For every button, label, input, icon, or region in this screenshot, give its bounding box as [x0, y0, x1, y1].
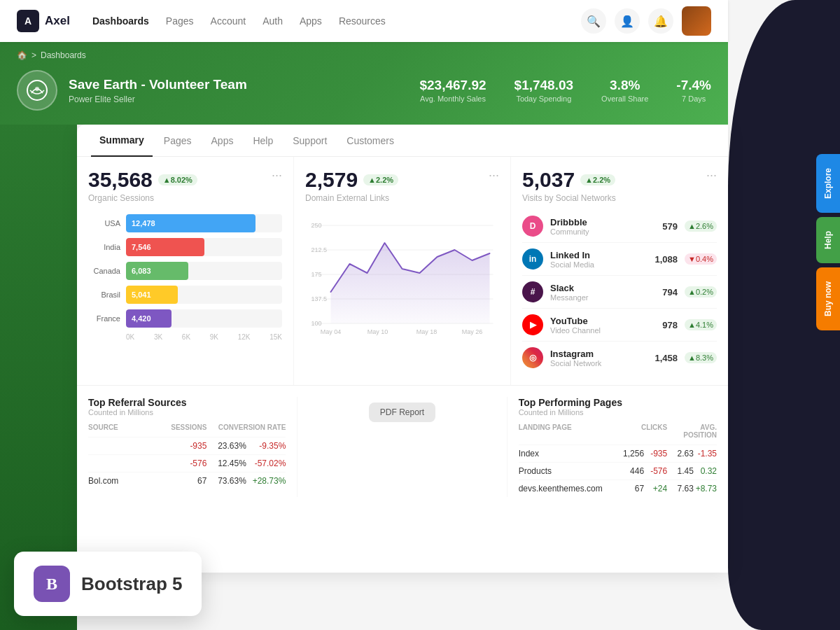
page-row-devs: devs.keenthemes.com 67 +24 7.63 +8.73 [519, 479, 717, 497]
top-referral-title: Top Referral Sources [88, 397, 286, 408]
organic-sessions-label: Organic Sessions [88, 193, 282, 203]
team-name: Save Earth - Volunteer Team [69, 77, 247, 92]
page-row-products: Products 446 -576 1.45 0.32 [519, 462, 717, 479]
tab-summary[interactable]: Summary [91, 125, 153, 157]
social-item-dribbble: D Dribbble Community 579 ▲2.6% [522, 210, 717, 243]
social-item-youtube: ▶ YouTube Video Channel 978 ▲4.1% [522, 309, 717, 342]
tab-help[interactable]: Help [244, 125, 281, 156]
social-item-linkedin: in Linked In Social Media 1,088 ▼0.4% [522, 243, 717, 276]
avatar[interactable] [682, 6, 711, 36]
external-links-more[interactable]: ··· [489, 168, 499, 183]
main-nav: Dashboards Pages Account Auth Apps Resou… [92, 15, 386, 27]
top-referral-subtitle: Counted in Millions [88, 408, 286, 416]
svg-text:137.5: 137.5 [312, 295, 328, 302]
explore-pill[interactable]: Explore [816, 154, 840, 213]
stat-today-spending: $1,748.03 Today Spending [514, 78, 574, 103]
svg-text:May 04: May 04 [321, 328, 342, 335]
svg-text:May 18: May 18 [416, 328, 438, 335]
svg-text:100: 100 [312, 320, 322, 327]
social-network-list: D Dribbble Community 579 ▲2.6% in Linked… [522, 210, 717, 374]
stat-7days: -7.4% 7 Days [676, 78, 711, 103]
social-visits-badge: ▲2.2% [580, 174, 615, 186]
page-row-index: Index 1,256 -935 2.63 -1.35 [519, 444, 717, 462]
bootstrap-icon: B [34, 566, 70, 602]
buy-now-pill[interactable]: Buy now [816, 267, 840, 330]
top-pages-section: Top Performing Pages Counted in Millions… [507, 397, 717, 497]
notifications-button[interactable]: 👤 [615, 8, 640, 34]
social-visits-more[interactable]: ··· [706, 168, 717, 183]
nav-link-pages[interactable]: Pages [166, 15, 194, 27]
tab-support[interactable]: Support [284, 125, 335, 156]
search-button[interactable]: 🔍 [581, 8, 606, 34]
brand-icon: A [17, 10, 39, 32]
external-links-label: Domain External Links [305, 193, 499, 203]
tab-customers[interactable]: Customers [338, 125, 402, 156]
pdf-report-button[interactable]: PDF Report [369, 402, 435, 422]
external-links-badge: ▲2.2% [363, 174, 398, 186]
nav-link-auth[interactable]: Auth [262, 15, 283, 27]
svg-text:May 26: May 26 [462, 328, 483, 335]
bootstrap-card: B Bootstrap 5 [14, 552, 202, 616]
home-icon: 🏠 [17, 50, 27, 60]
referral-row-2: -576 12.45% -57.02% [88, 454, 286, 472]
nav-link-dashboards[interactable]: Dashboards [92, 15, 149, 27]
team-badge: Power Elite Seller [69, 94, 247, 104]
svg-text:212.5: 212.5 [312, 246, 328, 253]
tab-pages[interactable]: Pages [155, 125, 200, 156]
settings-button[interactable]: 🔔 [648, 8, 673, 34]
svg-text:175: 175 [312, 271, 322, 278]
external-links-value: 2,579 [305, 168, 358, 192]
brand-name: Axel [45, 14, 70, 28]
help-pill[interactable]: Help [816, 217, 840, 263]
bootstrap-title: Bootstrap 5 [81, 573, 182, 595]
top-referral-section: Top Referral Sources Counted in Millions… [88, 397, 298, 497]
svg-text:May 10: May 10 [368, 328, 388, 335]
stat-monthly-sales: $23,467.92 Avg. Monthly Sales [419, 78, 486, 103]
tab-apps[interactable]: Apps [203, 125, 242, 156]
tab-bar: Summary Pages Apps Help Support Customer… [77, 125, 728, 157]
bar-chart: USA 12,478 India 7,546 Canada [88, 214, 282, 341]
organic-sessions-value: 35,568 [88, 168, 153, 192]
breadcrumb: 🏠 > Dashboards [17, 50, 711, 60]
line-chart: 250 212.5 175 137.5 100 [305, 211, 499, 340]
svg-point-1 [35, 87, 39, 91]
stat-overall-share: 3.8% Overall Share [601, 78, 648, 103]
referral-row-3: Bol.com 67 73.63% +28.73% [88, 472, 286, 489]
team-logo [17, 70, 57, 111]
top-pages-title: Top Performing Pages [519, 397, 717, 408]
svg-text:250: 250 [312, 222, 322, 229]
top-pages-subtitle: Counted in Millions [519, 408, 717, 416]
nav-link-resources[interactable]: Resources [339, 15, 386, 27]
brand-logo[interactable]: A Axel [17, 10, 70, 32]
social-item-instagram: ◎ Instagram Social Network 1,458 ▲8.3% [522, 342, 717, 374]
referral-row-1: -935 23.63% -9.35% [88, 437, 286, 454]
social-item-slack: # Slack Messanger 794 ▲0.2% [522, 276, 717, 309]
pdf-report-section: PDF Report [298, 397, 507, 497]
social-visits-value: 5,037 [522, 168, 575, 192]
nav-link-apps[interactable]: Apps [300, 15, 322, 27]
nav-link-account[interactable]: Account [211, 15, 246, 27]
organic-sessions-more[interactable]: ··· [272, 168, 282, 183]
breadcrumb-current: Dashboards [41, 50, 86, 60]
social-visits-label: Visits by Social Networks [522, 193, 717, 203]
organic-sessions-badge: ▲8.02% [158, 174, 197, 186]
